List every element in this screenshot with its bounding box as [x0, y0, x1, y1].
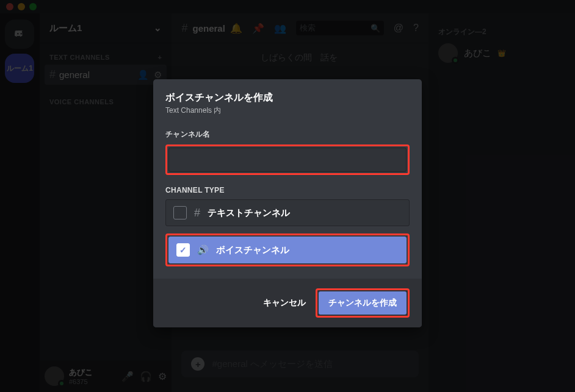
hash-icon: #	[194, 207, 200, 219]
cancel-button[interactable]: キャンセル	[263, 298, 306, 308]
checkbox-unchecked	[173, 206, 187, 219]
highlight-annotation: チャンネルを作成	[316, 288, 410, 318]
speaker-icon: 🔊	[197, 244, 209, 255]
checkbox-checked: ✓	[176, 243, 190, 257]
channel-type-label: CHANNEL TYPE	[165, 186, 410, 194]
modal-footer: キャンセル チャンネルを作成	[153, 279, 422, 327]
modal-backdrop[interactable]: ボイスチャンネルを作成 Text Channels 内 チャンネル名 CHANN…	[0, 0, 575, 392]
highlight-annotation: ✓ 🔊 ボイスチャンネル	[165, 233, 410, 266]
modal-title: ボイスチャンネルを作成	[165, 91, 410, 104]
modal-subtitle: Text Channels 内	[165, 105, 410, 116]
option-label: ボイスチャンネル	[216, 244, 289, 256]
highlight-annotation	[165, 144, 410, 175]
create-channel-modal: ボイスチャンネルを作成 Text Channels 内 チャンネル名 CHANN…	[153, 79, 422, 327]
create-channel-button[interactable]: チャンネルを作成	[319, 291, 407, 315]
channel-type-voice-option[interactable]: ✓ 🔊 ボイスチャンネル	[168, 237, 407, 263]
option-label: テキストチャンネル	[208, 207, 290, 219]
channel-type-text-option[interactable]: # テキストチャンネル	[165, 199, 410, 226]
channel-name-input[interactable]	[168, 148, 407, 172]
channel-name-label: チャンネル名	[165, 129, 410, 140]
